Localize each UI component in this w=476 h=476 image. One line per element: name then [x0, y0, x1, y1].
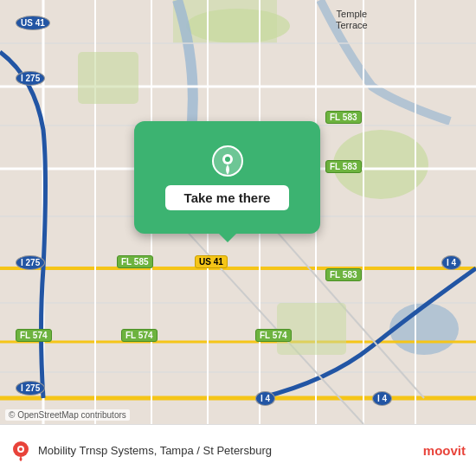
road-label-i275-left: I 275 — [16, 71, 45, 86]
moovit-label: moovit — [423, 443, 466, 458]
road-label-i275-bot: I 275 — [16, 381, 45, 396]
moovit-pin-icon — [10, 441, 31, 461]
copyright-text: © OpenStreetMap contributors — [5, 409, 130, 421]
road-label-fl583-2: FL 583 — [325, 160, 362, 173]
road-label-us41-top: US 41 — [16, 16, 50, 30]
popup-card: Take me there — [134, 121, 320, 234]
bottom-bar-text: Mobility Trnsp Systems, Tampa / St Peter… — [38, 444, 423, 457]
road-label-us41-mid: US 41 — [195, 255, 228, 268]
road-label-i4-right: I 4 — [441, 255, 461, 270]
road-label-i275-mid: I 275 — [16, 255, 45, 270]
road-label-i4-bot: I 4 — [255, 391, 275, 406]
road-label-i4-bot2: I 4 — [372, 391, 392, 406]
svg-point-32 — [19, 447, 23, 451]
take-me-there-button[interactable]: Take me there — [165, 185, 290, 210]
moovit-logo: moovit — [423, 443, 466, 458]
map-container: US 41 I 275 FL 583 FL 583 FL 583 I 275 F… — [0, 0, 476, 424]
road-label-fl585: FL 585 — [117, 255, 153, 268]
city-label-temple-terrace: TempleTerrace — [336, 9, 368, 31]
road-label-fl574-right: FL 574 — [255, 329, 292, 342]
road-label-fl574-left: FL 574 — [16, 329, 52, 342]
bottom-bar: Mobility Trnsp Systems, Tampa / St Peter… — [0, 424, 476, 476]
road-label-fl583-1: FL 583 — [325, 111, 362, 124]
svg-point-4 — [389, 303, 459, 355]
road-label-fl583-3: FL 583 — [325, 268, 362, 281]
svg-point-29 — [225, 157, 230, 162]
road-label-fl574-mid: FL 574 — [121, 329, 158, 342]
location-pin-icon — [212, 145, 243, 177]
svg-rect-25 — [78, 52, 138, 104]
